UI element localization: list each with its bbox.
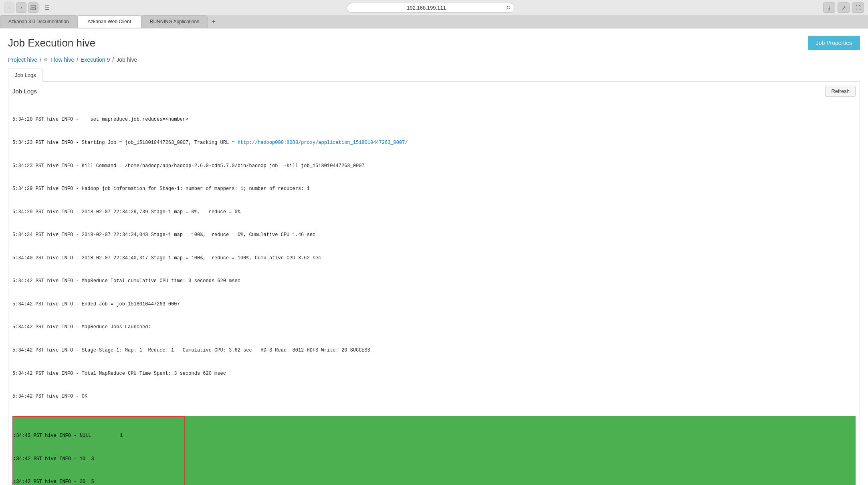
log-line-16: :34:42 PST hive INFO - 20 5 [13, 478, 184, 485]
page-header: Job Execution hive Job Properties [8, 28, 860, 54]
breadcrumb-sep-3: / [112, 57, 114, 63]
breadcrumb-sep-2: / [77, 57, 78, 63]
page-tabs: Job Logs [8, 69, 860, 82]
highlight-box: :34:42 PST hive INFO - NULL 1 :34:42 PST… [12, 416, 185, 485]
breadcrumb-execution-label: Execution 9 [81, 57, 110, 63]
log-line-15: :34:42 PST hive INFO - 10 3 [13, 455, 184, 463]
url-input[interactable] [347, 3, 515, 13]
back-button[interactable]: ‹ [4, 2, 14, 13]
tab-job-logs[interactable]: Job Logs [8, 69, 43, 82]
address-bar: ☰ ↻ [42, 3, 820, 13]
flow-icon: ⚙ [44, 57, 48, 63]
highlight-container: :34:42 PST hive INFO - NULL 1 :34:42 PST… [12, 416, 856, 485]
log-header: Job Logs Refresh [12, 86, 856, 97]
highlight-extension [185, 416, 856, 485]
refresh-button[interactable]: Refresh [825, 86, 856, 97]
breadcrumb-flow-link[interactable]: Flow hive [50, 57, 74, 63]
fullscreen-button[interactable]: ⛶ [852, 2, 864, 13]
log-line-9: 5:34:42 PST hive INFO - Ended Job = job_… [12, 301, 856, 308]
log-line-7: 5:34:40 PST hive INFO - 2018-02-07 22:34… [12, 255, 856, 262]
log-line-8: 5:34:42 PST hive INFO - MapReduce Total … [12, 277, 856, 285]
breadcrumb-sep-1: / [40, 57, 41, 63]
log-line-4: 5:34:29 PST hive INFO - Hadoop job infor… [12, 185, 856, 193]
breadcrumb-flow-label: Flow [50, 57, 63, 63]
highlight-box-content: :34:42 PST hive INFO - NULL 1 :34:42 PST… [13, 417, 184, 485]
browser-tabs: Azkaban 3.0 Documentation Azkaban Web Cl… [0, 15, 868, 28]
breadcrumb-job-current: Job hive [116, 57, 137, 63]
nav-buttons: ‹ › [4, 2, 38, 13]
download-button[interactable]: ⭳ [823, 2, 835, 13]
share-button[interactable]: ↗ [838, 2, 850, 13]
tab-azkaban-docs[interactable]: Azkaban 3.0 Documentation [0, 15, 77, 28]
tracking-url-link[interactable]: http://hadoop000:8088/proxy/application_… [238, 140, 408, 146]
breadcrumb-flow-value: hive [64, 57, 75, 63]
log-content: 5:34:20 PST hive INFO - set mapreduce.jo… [12, 101, 856, 416]
breadcrumb: Project hive / ⚙ Flow hive / Execution 9… [8, 54, 860, 69]
log-line-13: 5:34:42 PST hive INFO - OK [12, 393, 856, 400]
forward-button[interactable]: › [16, 2, 26, 13]
job-properties-button[interactable]: Job Properties [808, 36, 860, 50]
tab-view-button[interactable] [28, 2, 38, 13]
breadcrumb-execution-link[interactable]: Execution 9 [81, 57, 110, 63]
tab-running-apps[interactable]: RUNNING Applications [141, 15, 208, 28]
breadcrumb-project-label: Project [8, 57, 26, 63]
log-line-14: :34:42 PST hive INFO - NULL 1 [13, 432, 184, 440]
toolbar-actions: ⭳ ↗ ⛶ [823, 2, 864, 13]
page-content: Job Execution hive Job Properties Projec… [0, 28, 868, 485]
log-line-11: 5:34:42 PST hive INFO - Stage-Stage-1: M… [12, 347, 856, 354]
browser-toolbar: ‹ › ☰ ↻ ⭳ ↗ ⛶ [0, 0, 868, 15]
log-line-6: 5:34:34 PST hive INFO - 2018-02-07 22:34… [12, 231, 856, 239]
log-line-1: 5:34:20 PST hive INFO - set mapreduce.jo… [12, 116, 856, 123]
breadcrumb-project-value: hive [27, 57, 37, 63]
log-line-10: 5:34:42 PST hive INFO - MapReduce Jobs L… [12, 323, 856, 331]
log-line-5: 5:34:29 PST hive INFO - 2018-02-07 22:34… [12, 208, 856, 216]
svg-rect-1 [31, 8, 36, 10]
new-tab-button[interactable]: + [208, 16, 219, 28]
log-section-title: Job Logs [12, 88, 37, 95]
log-line-12: 5:34:42 PST hive INFO - Total MapReduce … [12, 370, 856, 378]
browser-chrome: ‹ › ☰ ↻ ⭳ ↗ ⛶ Azkaban 3.0 Documentation … [0, 0, 868, 28]
breadcrumb-project-link[interactable]: Project hive [8, 57, 37, 63]
menu-icon[interactable]: ☰ [42, 2, 52, 13]
tab-azkaban-web[interactable]: Azkaban Web Client [77, 15, 141, 28]
page-title: Job Execution hive [8, 37, 95, 49]
log-line-3: 5:34:23 PST hive INFO - Kill Command = /… [12, 162, 856, 170]
reload-button[interactable]: ↻ [505, 4, 513, 12]
log-line-2: 5:34:23 PST hive INFO - Starting Job = j… [12, 139, 856, 147]
svg-rect-0 [31, 6, 36, 7]
log-section: Job Logs Refresh 5:34:20 PST hive INFO -… [8, 82, 860, 485]
